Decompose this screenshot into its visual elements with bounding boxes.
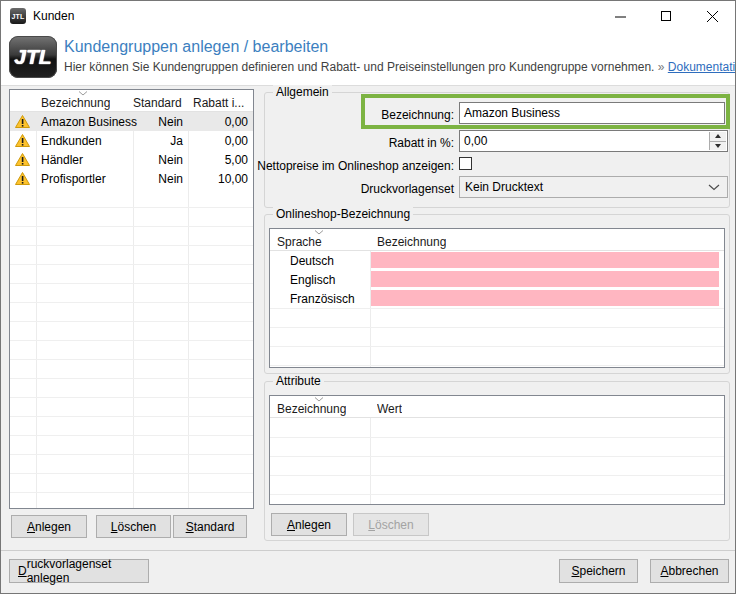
druckvorlagenset-anlegen-button[interactable]: Druckvorlagenset anlegen: [9, 559, 149, 583]
attribute-loeschen-button[interactable]: Löschen: [353, 513, 429, 536]
dokumentation-link[interactable]: Dokumentation: [668, 60, 736, 74]
attribute-anlegen-button[interactable]: Anlegen: [271, 513, 347, 536]
customer-group-row[interactable]: ProfisportlerNein10,00: [10, 169, 253, 188]
warning-icon: [15, 153, 30, 166]
arrow-down-icon: [715, 144, 721, 148]
onlineshop-language-row[interactable]: Englisch: [270, 270, 724, 289]
cell-rabatt: 0,00: [193, 115, 248, 129]
customer-group-row[interactable]: Amazon BusinessNein0,00: [10, 112, 253, 131]
column-header-rabatt[interactable]: Rabatt i...: [193, 96, 244, 110]
maximize-icon: [661, 11, 671, 21]
spinner-down-button[interactable]: [710, 141, 726, 151]
speichern-button[interactable]: Speichern: [559, 559, 638, 583]
nettopreise-label: Nettopreise im Onlineshop anzeigen:: [254, 159, 454, 173]
cell-rabatt: 10,00: [193, 172, 248, 186]
cell-bezeichnung: Amazon Business: [41, 115, 137, 129]
bezeichnung-label: Bezeichnung:: [254, 108, 454, 122]
cell-bezeichnung-empty[interactable]: [371, 290, 719, 306]
chevron-down-icon: [708, 184, 720, 191]
cell-bezeichnung: Profisportler: [41, 172, 106, 186]
page-subtitle: Hier können Sie Kundengruppen definieren…: [64, 60, 736, 74]
cell-bezeichnung-empty[interactable]: [371, 252, 719, 268]
bezeichnung-input[interactable]: Amazon Business: [459, 102, 725, 124]
title-bar[interactable]: JTL Kunden: [1, 1, 735, 31]
window-title: Kunden: [33, 9, 74, 23]
link-prefix: »: [658, 60, 665, 74]
column-header-wert[interactable]: Wert: [377, 402, 402, 416]
onlineshop-table[interactable]: Sprache Bezeichnung DeutschEnglischFranz…: [269, 228, 725, 368]
cell-standard: Nein: [133, 153, 183, 167]
column-header-os-bezeichnung[interactable]: Bezeichnung: [377, 235, 446, 249]
cell-bezeichnung-empty[interactable]: [371, 271, 719, 287]
close-button[interactable]: [689, 1, 735, 31]
rabatt-value: 0,00: [464, 134, 487, 148]
group-standard-button[interactable]: Standard: [173, 515, 247, 538]
druckvorlagenset-value: Kein Drucktext: [465, 180, 543, 194]
customer-groups-table-header[interactable]: Bezeichnung Standard Rabatt i...: [10, 90, 253, 112]
customer-group-row[interactable]: HändlerNein5,00: [10, 150, 253, 169]
column-header-attr-bezeichnung[interactable]: Bezeichnung: [277, 402, 346, 416]
jtl-logo: JTL: [9, 36, 57, 78]
cell-standard: Ja: [133, 134, 183, 148]
onlineshop-group-title: Onlineshop-Bezeichnung: [273, 207, 413, 221]
page-header: JTL Kundengruppen anlegen / bearbeiten H…: [1, 31, 735, 86]
attribute-group-title: Attribute: [273, 374, 324, 388]
onlineshop-table-header[interactable]: Sprache Bezeichnung: [270, 229, 724, 251]
cell-sprache: Deutsch: [290, 254, 334, 268]
druckvorlagenset-select[interactable]: Kein Drucktext: [459, 176, 728, 198]
column-header-standard[interactable]: Standard: [133, 96, 184, 110]
group-loeschen-button[interactable]: Löschen: [96, 515, 171, 538]
group-anlegen-button[interactable]: Anlegen: [11, 515, 87, 538]
column-header-bezeichnung[interactable]: Bezeichnung: [41, 96, 110, 110]
cell-rabatt: 0,00: [193, 134, 248, 148]
cell-rabatt: 5,00: [193, 153, 248, 167]
close-icon: [707, 11, 718, 22]
cell-sprache: Englisch: [290, 273, 335, 287]
spinner-up-button[interactable]: [710, 132, 726, 141]
customer-groups-table[interactable]: Bezeichnung Standard Rabatt i... Amazon …: [9, 89, 254, 509]
onlineshop-language-row[interactable]: Deutsch: [270, 251, 724, 270]
cell-bezeichnung: Endkunden: [41, 134, 102, 148]
column-header-sprache[interactable]: Sprache: [277, 235, 322, 249]
rabatt-spinner[interactable]: [709, 132, 726, 150]
arrow-up-icon: [715, 134, 721, 138]
allgemein-group-title: Allgemein: [273, 85, 332, 99]
subtitle-text: Hier können Sie Kundengruppen definieren…: [64, 60, 654, 74]
warning-icon: [15, 134, 30, 147]
minimize-button[interactable]: [597, 1, 643, 31]
app-icon: JTL: [10, 8, 26, 24]
nettopreise-checkbox[interactable]: [459, 157, 472, 170]
cell-bezeichnung: Händler: [41, 153, 83, 167]
maximize-button[interactable]: [643, 1, 689, 31]
attribute-table-header[interactable]: Bezeichnung Wert: [270, 396, 724, 418]
cell-standard: Nein: [133, 115, 183, 129]
page-title: Kundengruppen anlegen / bearbeiten: [64, 38, 328, 56]
druckvorlagenset-label: Druckvorlagenset: [254, 182, 454, 196]
dialog-window: JTL Kunden JTL Kundengruppen anlegen / b…: [0, 0, 736, 594]
abbrechen-button[interactable]: Abbrechen: [650, 559, 729, 583]
minimize-icon: [615, 11, 626, 22]
onlineshop-language-row[interactable]: Französisch: [270, 289, 724, 308]
warning-icon: [15, 172, 30, 185]
cell-sprache: Französisch: [290, 292, 355, 306]
rabatt-label: Rabatt in %:: [254, 136, 454, 150]
warning-icon: [15, 115, 30, 128]
customer-group-row[interactable]: EndkundenJa0,00: [10, 131, 253, 150]
rabatt-input[interactable]: 0,00: [459, 130, 728, 152]
cell-standard: Nein: [133, 172, 183, 186]
attribute-table[interactable]: Bezeichnung Wert: [269, 395, 725, 505]
footer-divider: [1, 550, 736, 551]
